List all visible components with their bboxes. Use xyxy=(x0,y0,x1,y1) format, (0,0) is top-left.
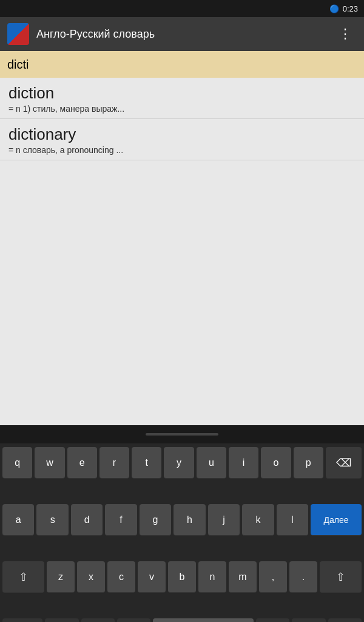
results-area: diction = n 1) стиль, манера выраж... di… xyxy=(0,78,364,425)
status-bar: 🔵 0:23 xyxy=(0,0,364,17)
app-logo xyxy=(7,23,29,45)
search-bar[interactable] xyxy=(0,51,364,78)
key-z[interactable]: z xyxy=(47,561,75,593)
key-d[interactable]: d xyxy=(71,504,103,536)
shift-right-key[interactable]: ⇧ xyxy=(320,561,362,593)
word-entry-1[interactable]: diction = n 1) стиль, манера выраж... xyxy=(0,78,364,119)
keyboard: q w e r t y u i o p ⌫ a s d f g h j k l … xyxy=(0,443,364,622)
content-area: diction = n 1) стиль, манера выраж... di… xyxy=(0,51,364,425)
keyboard-row-2: a s d f g h j k l Далее xyxy=(2,504,362,559)
key-h[interactable]: h xyxy=(174,504,205,536)
key-o[interactable]: o xyxy=(261,447,291,479)
key-a[interactable]: a xyxy=(2,504,34,536)
key-s[interactable]: s xyxy=(36,504,68,536)
key-f[interactable]: f xyxy=(105,504,136,536)
key-k[interactable]: k xyxy=(242,504,274,536)
key-n[interactable]: n xyxy=(198,561,226,593)
key-e[interactable]: e xyxy=(67,447,97,479)
key-v[interactable]: v xyxy=(138,561,166,593)
word-title-1: diction xyxy=(8,84,356,103)
key-t[interactable]: t xyxy=(132,447,161,479)
key-comma[interactable]: , xyxy=(259,561,287,593)
apostrophe-key[interactable]: ' xyxy=(256,618,289,622)
key-y[interactable]: y xyxy=(164,447,194,479)
key-l[interactable]: l xyxy=(277,504,308,536)
overflow-menu-button[interactable]: ⋮ xyxy=(334,24,357,44)
key-g[interactable]: g xyxy=(140,504,171,536)
key-i[interactable]: i xyxy=(229,447,258,479)
keyboard-separator xyxy=(0,425,364,443)
dash-key[interactable]: - xyxy=(292,618,325,622)
word-def-2: = n словарь, a pronouncing ... xyxy=(8,145,356,155)
time-display: 0:23 xyxy=(343,4,358,13)
app-bar: Англо-Русский словарь ⋮ xyxy=(0,17,364,51)
word-title-2: dictionary xyxy=(8,125,356,144)
key-period[interactable]: . xyxy=(289,561,317,593)
keyboard-row-4: ?123 ⇌ / 🌐 QWERTY ' - :-) xyxy=(2,618,362,622)
numbers-key[interactable]: ?123 xyxy=(2,618,42,622)
key-c[interactable]: c xyxy=(107,561,135,593)
key-q[interactable]: q xyxy=(2,447,32,479)
layout-key[interactable]: ⇌ xyxy=(45,618,78,622)
search-input[interactable] xyxy=(7,58,357,72)
app-title: Англо-Русский словарь xyxy=(36,28,326,41)
emoticon-key[interactable]: :-) xyxy=(328,618,362,622)
key-b[interactable]: b xyxy=(168,561,196,593)
word-entry-2[interactable]: dictionary = n словарь, a pronouncing ..… xyxy=(0,119,364,160)
spacebar-key[interactable]: QWERTY xyxy=(153,618,254,622)
enter-key[interactable]: Далее xyxy=(311,504,362,536)
keyboard-row-3: ⇧ z x c v b n m , . ⇧ xyxy=(2,561,362,616)
key-r[interactable]: r xyxy=(99,447,129,479)
backspace-key[interactable]: ⌫ xyxy=(326,447,362,479)
slash-key[interactable]: / xyxy=(81,618,115,622)
word-def-1: = n 1) стиль, манера выраж... xyxy=(8,104,356,114)
shift-left-key[interactable]: ⇧ xyxy=(2,561,44,593)
keyboard-row-1: q w e r t y u i o p ⌫ xyxy=(2,447,362,502)
key-p[interactable]: p xyxy=(294,447,323,479)
key-w[interactable]: w xyxy=(35,447,64,479)
key-m[interactable]: m xyxy=(229,561,257,593)
bluetooth-icon: 🔵 xyxy=(329,4,339,13)
key-j[interactable]: j xyxy=(208,504,240,536)
key-x[interactable]: x xyxy=(77,561,105,593)
globe-key[interactable]: 🌐 xyxy=(117,618,150,622)
key-u[interactable]: u xyxy=(197,447,226,479)
